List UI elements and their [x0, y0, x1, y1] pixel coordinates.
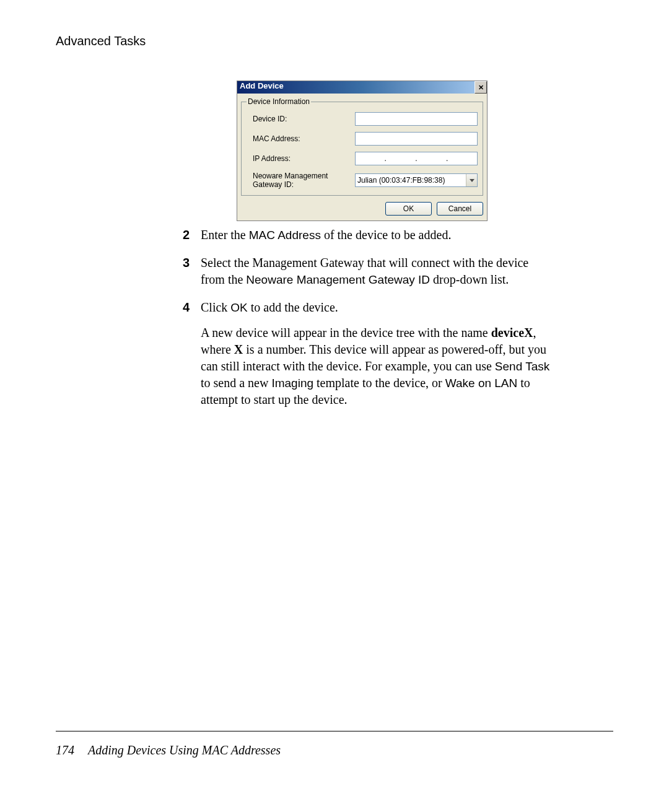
mac-address-input[interactable] [355, 132, 478, 146]
bold-term: X [234, 343, 243, 356]
section-header: Advanced Tasks [56, 34, 613, 48]
step-number: 4 [173, 299, 201, 408]
combo-dropdown-button[interactable] [466, 174, 477, 186]
gateway-id-label: Neoware Management Gateway ID: [247, 172, 355, 189]
cancel-button[interactable]: Cancel [437, 202, 483, 216]
add-device-dialog: Add Device ✕ Device Information Device I… [237, 81, 488, 221]
ok-button[interactable]: OK [385, 202, 432, 216]
gateway-id-selected: Julian (00:03:47:FB:98:38) [356, 176, 445, 185]
device-id-label: Device ID: [247, 115, 355, 123]
device-id-input[interactable] [355, 112, 478, 126]
close-icon: ✕ [478, 84, 484, 91]
text: template to the device, or [313, 376, 445, 390]
footer-divider [56, 731, 613, 731]
ip-address-input[interactable]: . . . [355, 152, 478, 165]
mac-address-label: MAC Address: [247, 134, 355, 143]
ui-term: MAC Address [249, 229, 321, 242]
ui-term: Neoware Management Gateway ID [246, 273, 430, 286]
step-2: 2 Enter the MAC Address of the device to… [173, 227, 551, 243]
text: Click [201, 300, 230, 314]
footer-title: Adding Devices Using MAC Addresses [88, 743, 281, 757]
ip-address-label: IP Address: [247, 154, 355, 163]
text: of the device to be added. [321, 228, 451, 242]
text: drop-down list. [430, 273, 509, 286]
text: A new device will appear in the device t… [201, 326, 491, 339]
close-button[interactable]: ✕ [474, 81, 487, 94]
gateway-id-combo[interactable]: Julian (00:03:47:FB:98:38) [355, 173, 478, 187]
fieldset-legend: Device Information [247, 97, 311, 106]
step-number: 3 [173, 255, 201, 288]
dialog-title: Add Device [240, 81, 284, 94]
ui-term: Send Task [495, 360, 549, 373]
ui-term: Imaging [271, 377, 313, 390]
step-4: 4 Click OK to add the device. A new devi… [173, 299, 551, 408]
step-number: 2 [173, 227, 201, 243]
text: to add the device. [248, 300, 338, 314]
text: Enter the [201, 228, 249, 242]
bold-term: deviceX [491, 326, 533, 339]
chevron-down-icon [470, 179, 474, 182]
ui-term: OK [230, 301, 247, 314]
ui-term: Wake on LAN [445, 377, 518, 390]
page-number: 174 [56, 743, 74, 757]
step-3: 3 Select the Management Gateway that wil… [173, 255, 551, 288]
text: to send a new [201, 376, 271, 390]
instruction-content: 2 Enter the MAC Address of the device to… [173, 227, 551, 419]
page-footer: 174 Adding Devices Using MAC Addresses [56, 743, 281, 757]
dialog-titlebar: Add Device ✕ [237, 81, 487, 94]
device-information-fieldset: Device Information Device ID: MAC Addres… [241, 97, 483, 196]
